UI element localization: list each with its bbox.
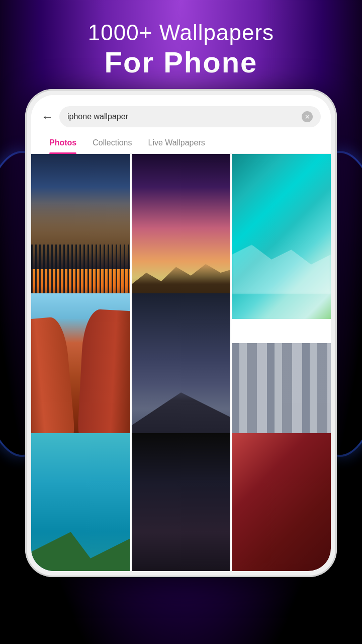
tabs-bar: Photos Collections Live Wallpapers (31, 132, 331, 154)
tab-live-wallpapers[interactable]: Live Wallpapers (140, 132, 213, 153)
photo-macro[interactable] (232, 433, 331, 571)
clear-search-button[interactable]: ✕ (302, 111, 313, 122)
back-button[interactable]: ← (41, 110, 53, 124)
search-query: iphone wallpaper (67, 112, 128, 121)
tab-photos[interactable]: Photos (41, 132, 84, 153)
header-section: 1000+ Wallpapers For Phone (88, 20, 274, 79)
search-area: ← iphone wallpaper ✕ (31, 95, 331, 132)
header-line1: 1000+ Wallpapers (88, 20, 274, 45)
photo-aerial-tropical[interactable] (31, 433, 130, 571)
app-background: 1000+ Wallpapers For Phone ← iphone wall… (0, 0, 362, 644)
photo-grid (31, 154, 331, 571)
phone-screen: ← iphone wallpaper ✕ Photos Collections … (31, 95, 331, 571)
tab-collections[interactable]: Collections (84, 132, 140, 153)
search-bar[interactable]: iphone wallpaper ✕ (59, 106, 321, 127)
photo-dark-portrait[interactable] (132, 433, 231, 571)
phone-mockup: ← iphone wallpaper ✕ Photos Collections … (25, 89, 337, 577)
header-line2: For Phone (88, 45, 274, 79)
